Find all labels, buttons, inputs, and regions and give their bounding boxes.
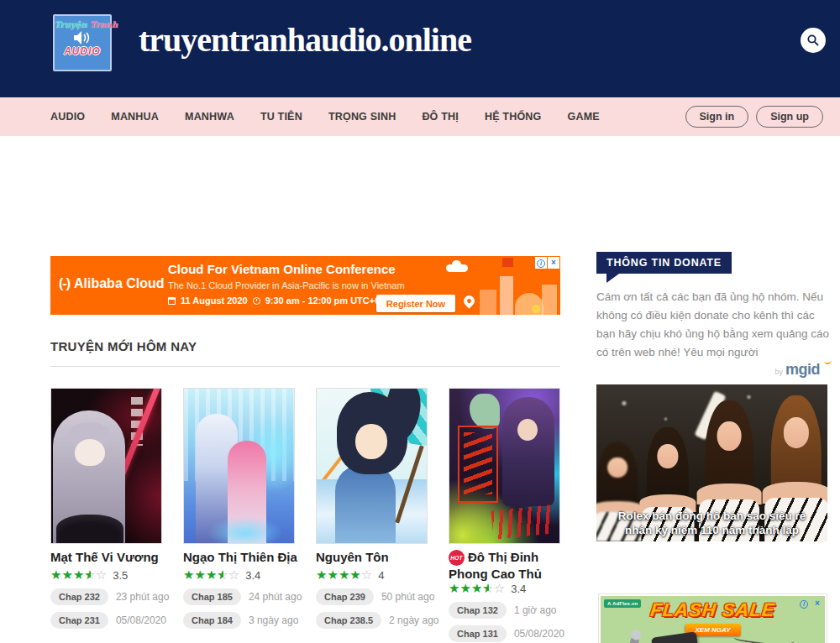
mgid-by-label: by (774, 368, 783, 376)
rating-value: 3.5 (113, 569, 128, 582)
nav-item-trong-sinh[interactable]: TRỌNG SINH (328, 111, 396, 123)
donate-header-tail (606, 274, 619, 283)
ad-info-icon[interactable]: i (535, 257, 547, 269)
banner-title: Cloud For Vietnam Online Conference (168, 262, 396, 276)
nav-item-manhwa[interactable]: MANHWA (185, 111, 234, 123)
chapter-badge[interactable]: Chap 131 (449, 625, 507, 642)
search-icon (806, 34, 820, 47)
logo-text-audio: AUDIO (55, 45, 110, 57)
microphone-product-graphic (627, 635, 640, 643)
cover-art-layer (464, 432, 492, 494)
chapter-badge[interactable]: Chap 184 (183, 612, 241, 629)
section-divider (50, 366, 560, 367)
comic-card-mat-the-vi-vuong: Mạt Thế Vi Vương ★★★☆★☆ 3.5 Chap 232 23 … (50, 388, 162, 643)
location-pin-icon (461, 293, 476, 308)
chapter-time: 05/08/2020 (116, 614, 166, 626)
comic-title[interactable]: HOTĐô Thị Đỉnh Phong Cao Thủ (449, 549, 560, 582)
logo-word-1: Truyện (55, 20, 87, 29)
chapter-row: Chap 231 05/08/2020 (50, 612, 166, 629)
cover-art-layer (355, 424, 387, 459)
nav-item-he-thong[interactable]: HỆ THỐNG (485, 111, 542, 123)
rating-row: ★★★☆★☆ 3.4 (449, 582, 526, 595)
chapter-badge[interactable]: Chap 232 (50, 588, 108, 605)
ad-choices: i × (535, 257, 559, 269)
calendar-icon (168, 297, 176, 305)
person-face (607, 457, 627, 478)
rating-row: ★★★☆★☆ 3.4 (183, 568, 260, 582)
flash-sale-ad[interactable]: A AdFlex.vn FLASH SALE XEM NGAY i × (598, 593, 827, 643)
rating-value: 3.4 (511, 583, 526, 595)
ad-close-icon[interactable]: × (548, 257, 559, 269)
alibaba-cloud-banner-ad[interactable]: (-) Alibaba Cloud Cloud For Vietnam Onli… (50, 256, 560, 315)
chapter-row: Chap 239 50 phút ago (316, 588, 434, 605)
flash-sale-creative: A AdFlex.vn FLASH SALE XEM NGAY i × (601, 596, 825, 643)
banner-subtitle: The No.1 Cloud Provider in Asia-Pacific … (168, 280, 405, 290)
building-graphic (480, 290, 496, 315)
comic-title[interactable]: Ngạo Thị Thiên Địa (183, 549, 309, 565)
comic-card-nguyen-ton: Nguyên Tôn ★★★★☆ 4 Chap 239 50 phút ago … (316, 388, 428, 643)
logo-word-2: Tranh (90, 20, 118, 29)
ad-info-icon[interactable]: i (798, 598, 810, 609)
cover-art-layer (470, 394, 500, 429)
chapter-row: Chap 238.5 2 ngày ago (316, 612, 438, 629)
ad-close-icon[interactable]: × (811, 598, 823, 609)
chapter-time: 05/08/2020 (514, 628, 564, 640)
chapter-row: Chap 185 24 phút ago (183, 588, 302, 605)
star-rating: ★★★☆★☆ (449, 582, 505, 595)
hot-badge: HOT (449, 550, 465, 566)
chapter-badge[interactable]: Chap 231 (50, 612, 108, 629)
chapter-badge[interactable]: Chap 185 (183, 588, 241, 605)
site-logo[interactable]: Truyện Tranh AUDIO (53, 14, 112, 71)
comic-cover[interactable] (183, 388, 295, 544)
clock-icon (253, 297, 260, 305)
alibaba-logo-mark: (-) (59, 276, 70, 291)
flash-sale-title: FLASH SALE (601, 599, 825, 621)
rating-row: ★★★☆★☆ 3.5 (50, 568, 128, 582)
section-title-new-today: TRUYỆN MỚI HÔM NAY (50, 339, 197, 353)
mgid-logo-accent (824, 358, 832, 364)
sign-up-button[interactable]: Sign up (756, 106, 823, 128)
nav-item-do-thi[interactable]: ĐÔ THỊ (422, 111, 459, 123)
register-now-button[interactable]: Register Now (376, 295, 455, 312)
cloud-icon (446, 264, 468, 272)
alibaba-cloud-logo: (-) Alibaba Cloud (59, 276, 165, 291)
ad-choices: i × (798, 598, 823, 609)
comic-cover[interactable] (50, 388, 162, 544)
rolex-native-ad[interactable]: Rolex bán đồng hồ bản sao siêu rẻ nhân k… (596, 384, 827, 541)
alibaba-brand-name: Alibaba Cloud (74, 276, 165, 291)
phone-product-graphic (651, 631, 700, 643)
tower-graphic (500, 276, 513, 315)
cover-art-layer (491, 504, 554, 539)
nav-item-game[interactable]: GAME (568, 111, 600, 123)
comic-card-ngao-thi-thien-dia: Ngạo Thị Thiên Địa ★★★☆★☆ 3.4 Chap 185 2… (183, 388, 295, 643)
comic-cover[interactable] (316, 388, 428, 544)
chapter-time: 24 phút ago (249, 591, 302, 603)
search-button[interactable] (801, 28, 826, 53)
chapter-badge[interactable]: Chap 238.5 (316, 612, 381, 629)
comic-title[interactable]: Nguyên Tôn (316, 549, 442, 565)
chapter-time: 2 ngày ago (389, 614, 438, 626)
chapter-row: Chap 232 23 phút ago (50, 588, 169, 605)
auth-buttons: Sign in Sign up (685, 106, 824, 128)
chapter-time: 50 phút ago (381, 591, 434, 603)
comic-card-do-thi-dinh-phong-cao-thu: HOTĐô Thị Đỉnh Phong Cao Thủ ★★★☆★☆ 3.4 … (449, 388, 560, 643)
chapter-badge[interactable]: Chap 132 (449, 602, 507, 619)
comic-cover[interactable] (449, 388, 560, 544)
nav-item-audio[interactable]: AUDIO (50, 111, 85, 123)
cover-art-layer (502, 397, 554, 506)
comic-title[interactable]: Mạt Thế Vi Vương (50, 549, 176, 565)
speaker-icon (73, 30, 92, 45)
banner-schedule: 11 August 2020 9:30 am - 12:00 pm UTC+07… (168, 295, 398, 306)
sign-in-button[interactable]: Sign in (685, 106, 749, 128)
star-rating: ★★★★☆ (316, 568, 372, 582)
chapter-time: 1 giờ ago (514, 604, 557, 616)
cover-art-layer (207, 516, 283, 544)
logo-text-top: Truyện Tranh (55, 20, 110, 29)
glasses-product-graphic (733, 627, 795, 643)
nav-item-manhua[interactable]: MANHUA (111, 111, 159, 123)
mgid-attribution[interactable]: bymgid (596, 361, 820, 379)
star-rating: ★★★☆★☆ (50, 568, 107, 582)
site-title[interactable]: truyentranhaudio.online (139, 20, 471, 60)
chapter-badge[interactable]: Chap 239 (316, 588, 374, 605)
nav-item-tu-tien[interactable]: TU TIÊN (260, 111, 302, 123)
